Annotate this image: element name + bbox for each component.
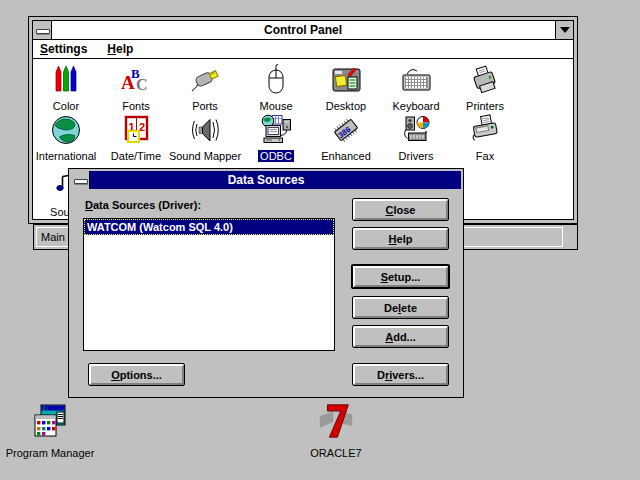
main-window-title: Main — [41, 231, 65, 243]
desktop-icon-label: Program Manager — [4, 447, 96, 459]
keyboard-icon — [400, 64, 432, 96]
help-button[interactable]: Help — [352, 227, 449, 250]
cpl-item-label: Fonts — [122, 100, 150, 112]
control-panel-title: Control Panel — [33, 21, 573, 39]
data-sources-driver-label: Data Sources (Driver): — [85, 199, 201, 211]
cpl-item-odbc[interactable]: ODBC — [239, 114, 313, 164]
cpl-item-label: Desktop — [326, 100, 366, 112]
international-icon — [50, 114, 82, 146]
drivers-icon — [400, 114, 432, 146]
cpl-item-mouse[interactable]: Mouse — [239, 64, 313, 114]
minimize-icon — [560, 27, 570, 38]
data-sources-dialog: Data Sources Data Sources (Driver): WATC… — [68, 168, 464, 398]
cpl-item-label: Sound Mapper — [169, 150, 241, 162]
fax-icon — [469, 114, 501, 146]
cpl-item-date-time[interactable]: 12Date/Time — [99, 114, 173, 164]
desktop-icon-program-manager[interactable]: C:Program Manager — [4, 404, 96, 459]
cpl-item-label: ODBC — [258, 150, 294, 162]
cpl-item-ports[interactable]: Ports — [168, 64, 242, 114]
program-manager-icon: C: — [4, 404, 96, 444]
fonts-icon: BAC — [120, 64, 152, 96]
cpl-item-desktop[interactable]: Desktop — [309, 64, 383, 114]
cpl-item-sound-mapper[interactable]: Sound Mapper — [168, 114, 242, 164]
cpl-item-fax[interactable]: Fax — [448, 114, 522, 164]
soundmapper-icon — [189, 114, 221, 146]
desktop-icon — [330, 64, 362, 96]
setup-button[interactable]: Setup... — [351, 264, 450, 289]
cpl-item-international[interactable]: International — [32, 114, 103, 164]
svg-text:C:: C: — [43, 406, 49, 411]
close-button[interactable]: Close — [352, 198, 449, 221]
datetime-icon: 12 — [120, 114, 152, 146]
options-button[interactable]: Options... — [88, 363, 185, 386]
dialog-body: Data Sources (Driver): WATCOM (Watcom SQ… — [71, 189, 461, 395]
minimize-button[interactable] — [555, 21, 573, 39]
drivers-button[interactable]: Drivers... — [352, 363, 449, 386]
cpl-item-label: Keyboard — [392, 100, 439, 112]
delete-button[interactable]: Delete — [352, 296, 449, 319]
cpl-item-label: International — [36, 150, 97, 162]
dialog-title: Data Sources — [71, 171, 461, 189]
printers-icon — [469, 64, 501, 96]
desktop-icon-label: ORACLE7 — [294, 447, 378, 459]
cpl-item-label: Color — [53, 100, 79, 112]
cpl-item-label: Ports — [192, 100, 218, 112]
cpl-item-enhanced[interactable]: 386Enhanced — [309, 114, 383, 164]
cpl-item-label: Drivers — [399, 150, 434, 162]
mouse-icon — [260, 64, 292, 96]
cpl-item-label: Mouse — [259, 100, 292, 112]
cpl-item-keyboard[interactable]: Keyboard — [379, 64, 453, 114]
odbc-icon — [260, 114, 292, 146]
control-panel-titlebar[interactable]: Control Panel — [33, 21, 573, 40]
ports-icon — [189, 64, 221, 96]
cpl-item-fonts[interactable]: BACFonts — [99, 64, 173, 114]
cpl-item-printers[interactable]: Printers — [448, 64, 522, 114]
add-button[interactable]: Add... — [352, 325, 449, 348]
control-panel-menubar: SettingsHelp — [33, 40, 573, 59]
color-icon — [50, 64, 82, 96]
desktop-icon-oracle7[interactable]: ORACLE7 — [294, 402, 378, 459]
menu-settings[interactable]: Settings — [40, 42, 87, 56]
cpl-item-drivers[interactable]: Drivers — [379, 114, 453, 164]
svg-text:C: C — [136, 76, 148, 93]
data-sources-listbox[interactable]: WATCOM (Watcom SQL 4.0) — [83, 218, 335, 351]
cpl-item-label: Fax — [476, 150, 494, 162]
list-item[interactable]: WATCOM (Watcom SQL 4.0) — [84, 219, 334, 235]
menu-help[interactable]: Help — [107, 42, 133, 56]
cpl-item-label: Printers — [466, 100, 504, 112]
cpl-item-label: Enhanced — [321, 150, 371, 162]
cpl-item-color[interactable]: Color — [32, 64, 103, 114]
dialog-titlebar[interactable]: Data Sources — [71, 171, 461, 189]
enhanced-icon: 386 — [330, 114, 362, 146]
oracle7-icon — [294, 402, 378, 444]
svg-text:A: A — [121, 72, 135, 93]
cpl-item-label: Date/Time — [111, 150, 161, 162]
